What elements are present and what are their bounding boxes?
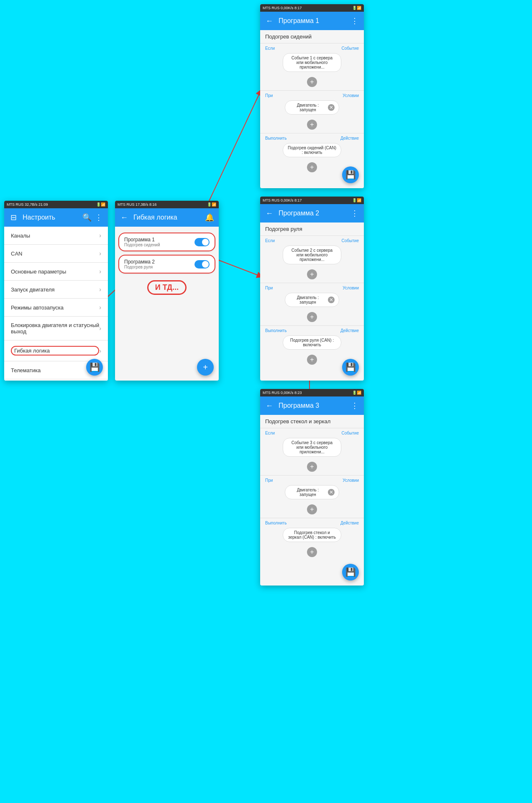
autostart-chevron: › <box>99 304 101 311</box>
settings-item-basic[interactable]: Основные параметры › <box>4 263 108 281</box>
status-bar-logic: MTS RUS 17,3B/s 8:16 🔋📶 <box>115 201 219 208</box>
prog3-condition-text: Двигатель : запущен <box>289 488 326 497</box>
prog3-when-label: При <box>265 478 273 483</box>
engine-start-chevron: › <box>99 286 101 293</box>
prog2-if-label: Если <box>265 238 275 243</box>
autostart-label: Режимы автозапуска <box>11 304 99 311</box>
prog2-status-right: 🔋📶 <box>352 198 361 202</box>
logic-screen: MTS RUS 17,3B/s 8:16 🔋📶 ← Гибкая логика … <box>115 201 219 381</box>
settings-save-fab[interactable]: 💾 <box>86 359 103 376</box>
prog2-title: Программа 2 <box>279 210 349 217</box>
prog1-add-action[interactable]: + <box>307 162 317 172</box>
prog2-status: MTS RUS 0,00K/s 8:17 <box>263 198 302 202</box>
prog3-content: Подогрев стекол и зеркал Если Событие Со… <box>260 415 364 559</box>
prog1-action-box[interactable]: Подогрев сидений (CAN) : включить <box>283 143 341 157</box>
app-bar-logic: ← Гибкая логика 🔔 <box>115 208 219 227</box>
settings-item-channels[interactable]: Каналы › <box>4 227 108 245</box>
program1-item[interactable]: Программа 1 Подогрев сидений <box>118 233 215 251</box>
prog1-action-col: Действие <box>340 136 359 141</box>
basic-chevron: › <box>99 268 101 275</box>
settings-item-autostart[interactable]: Режимы автозапуска › <box>4 299 108 317</box>
prog1-if-label: Если <box>265 46 275 51</box>
prog1-event-box[interactable]: Событие 1 с сервера или мобильного прило… <box>283 53 341 72</box>
prog1-event-col: Событие <box>342 46 359 51</box>
prog2-remove-condition[interactable]: ✕ <box>328 297 335 303</box>
prog2-event-box[interactable]: Событие 2 с сервера или мобильного прило… <box>283 246 341 264</box>
prog1-add-condition[interactable]: + <box>307 120 317 130</box>
prog1-remove-condition[interactable]: ✕ <box>328 104 335 111</box>
back-icon-logic[interactable]: ← <box>118 212 130 223</box>
settings-screen: MTS RUS 32,7B/s 21:09 🔋📶 ⊟ Настроить 🔍 ⋮… <box>4 201 108 381</box>
prog2-action-text: Подогрев руля (CAN) : включить <box>290 338 334 347</box>
app-bar-prog1: ← Программа 1 ⋮ <box>260 12 364 30</box>
prog2-when-label: При <box>265 286 273 290</box>
program2-info: Программа 2 Подогрев руля <box>124 259 155 269</box>
settings-list: Каналы › CAN › Основные параметры › Запу… <box>4 227 108 381</box>
prog3-event-text: Событие 3 с сервера или мобильного прило… <box>292 440 332 454</box>
basic-label: Основные параметры <box>11 269 99 275</box>
prog1-save-fab[interactable]: 💾 <box>342 166 359 183</box>
settings-item-engine-start[interactable]: Запуск двигателя › <box>4 281 108 299</box>
settings-item-logic[interactable]: Гибкая логика › <box>4 340 108 361</box>
status-bar-prog2: MTS RUS 0,00K/s 8:17 🔋📶 <box>260 197 364 204</box>
logic-add-fab[interactable]: + <box>197 359 214 376</box>
logic-label: Гибкая логика <box>11 346 99 355</box>
prog1-screen: MTS RUS 0,00K/s 8:17 🔋📶 ← Программа 1 ⋮ … <box>260 4 364 188</box>
prog3-if-label: Если <box>265 431 275 435</box>
prog1-condition-text: Двигатель : запущен <box>289 103 326 112</box>
prog1-add-event[interactable]: + <box>307 77 317 87</box>
back-icon-prog2[interactable]: ← <box>263 207 275 219</box>
program1-toggle[interactable] <box>194 238 210 246</box>
menu-icon[interactable]: ⋮ <box>93 212 105 223</box>
prog3-save-fab[interactable]: 💾 <box>342 564 359 581</box>
prog3-program-title: Подогрев стекол и зеркал <box>260 415 364 426</box>
prog3-action-box[interactable]: Подогрев стекол и зеркал (CAN) : включит… <box>283 528 341 542</box>
back-icon-prog1[interactable]: ← <box>263 15 275 27</box>
prog3-event-box[interactable]: Событие 3 с сервера или мобильного прило… <box>283 438 341 457</box>
prog2-save-fab[interactable]: 💾 <box>342 359 359 376</box>
prog3-add-event[interactable]: + <box>307 462 317 472</box>
search-icon[interactable]: 🔍 <box>81 212 93 223</box>
settings-item-sensors[interactable]: Настройка датчиков › <box>4 379 108 381</box>
settings-item-can[interactable]: CAN › <box>4 245 108 263</box>
prog1-content: Подогрев сидений Если Событие Событие 1 … <box>260 30 364 174</box>
prog3-title: Программа 3 <box>279 402 349 409</box>
prog3-menu-icon[interactable]: ⋮ <box>349 400 361 412</box>
prog1-status-right: 🔋📶 <box>352 6 361 10</box>
programs-list: Программа 1 Подогрев сидений Программа 2… <box>115 227 219 302</box>
prog2-action-col: Действие <box>340 328 359 333</box>
prog1-when-header: При Условии <box>260 92 364 99</box>
program2-toggle[interactable] <box>194 260 210 269</box>
prog2-content: Подогрев руля Если Событие Событие 2 с с… <box>260 222 364 366</box>
settings-item-block[interactable]: Блокировка двигателя и статусный выход › <box>4 317 108 340</box>
prog1-program-title: Подогрев сидений <box>260 30 364 41</box>
prog2-menu-icon[interactable]: ⋮ <box>349 207 361 219</box>
channels-label: Каналы <box>11 233 99 239</box>
logic-chevron: › <box>99 348 101 354</box>
prog2-action-box[interactable]: Подогрев руля (CAN) : включить <box>283 335 341 350</box>
logic-menu-icon[interactable]: 🔔 <box>204 212 215 223</box>
prog2-add-condition[interactable]: + <box>307 312 317 322</box>
prog3-remove-condition[interactable]: ✕ <box>328 489 335 496</box>
prog3-when-header: При Условии <box>260 477 364 483</box>
prog2-add-event[interactable]: + <box>307 269 317 279</box>
etc-container: И ТД... <box>115 280 219 295</box>
back-icon-prog3[interactable]: ← <box>263 400 275 412</box>
prog2-condition-box[interactable]: Двигатель : запущен ✕ <box>285 293 339 307</box>
logic-status-right: 🔋📶 <box>207 202 216 207</box>
prog1-col-header: Если Событие <box>260 45 364 51</box>
prog1-when-label: При <box>265 93 273 98</box>
prog3-add-action[interactable]: + <box>307 547 317 557</box>
prog3-condition-box[interactable]: Двигатель : запущен ✕ <box>285 485 339 499</box>
logic-title: Гибкая логика <box>133 214 204 221</box>
prog1-menu-icon[interactable]: ⋮ <box>349 15 361 27</box>
program2-item[interactable]: Программа 2 Подогрев руля <box>118 255 215 274</box>
prog2-col-header: Если Событие <box>260 238 364 244</box>
prog3-status-right: 🔋📶 <box>352 391 361 395</box>
app-bar-prog3: ← Программа 3 ⋮ <box>260 396 364 415</box>
prog2-add-action[interactable]: + <box>307 355 317 365</box>
can-label: CAN <box>11 251 99 257</box>
prog1-condition-box[interactable]: Двигатель : запущен ✕ <box>285 100 339 115</box>
prog3-add-condition[interactable]: + <box>307 504 317 514</box>
prog3-col-header: Если Событие <box>260 430 364 436</box>
